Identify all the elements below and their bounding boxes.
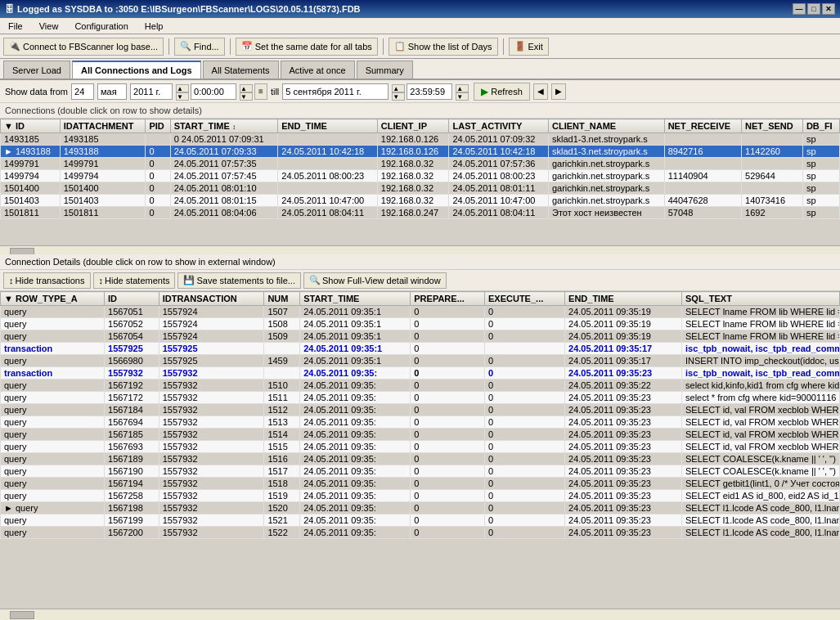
calendar-icon: 📅 (241, 41, 253, 52)
table-row[interactable]: query15671991557932152124.05.2011 09:35:… (1, 514, 840, 527)
tab-server-load[interactable]: Server Load (3, 61, 70, 79)
find-button[interactable]: 🔍 Find... (174, 38, 225, 56)
title-bar-controls: — □ ✕ (793, 3, 835, 15)
table-row[interactable]: 14997911499791024.05.2011 07:57:35192.16… (1, 158, 840, 170)
col-sort-indicator[interactable]: ▼ ID (1, 119, 61, 133)
col-start-time[interactable]: START_TIME ↕ (170, 119, 278, 133)
table-row[interactable]: transaction1557925155792524.05.2011 09:3… (1, 343, 840, 355)
table-row[interactable]: transaction1557932155793224.05.2011 09:3… (1, 367, 840, 380)
date-from-up-btn[interactable]: ▲ (176, 84, 189, 92)
tab-all-statements[interactable]: All Statements (203, 61, 279, 79)
menu-file[interactable]: File (3, 20, 28, 33)
nav-back-btn[interactable]: ◀ (533, 83, 548, 100)
col-net-receive[interactable]: NET_RECEIVE (664, 119, 741, 133)
save-statements-button[interactable]: 💾 Save statements to file... (177, 272, 300, 289)
show-fullview-button[interactable]: 🔍 Show Full-View detail window (303, 272, 447, 289)
hide-statements-label: Hide statements (105, 276, 169, 285)
table-row[interactable]: 15018111501811024.05.2011 08:04:0624.05.… (1, 207, 840, 219)
table-row[interactable]: query15670541557924150924.05.2011 09:35:… (1, 330, 840, 343)
date-from-day-input[interactable] (71, 83, 94, 100)
table-row[interactable]: query15671901557932151724.05.2011 09:35:… (1, 465, 840, 478)
time-to-down-btn[interactable]: ▼ (456, 92, 469, 101)
table-row[interactable]: 15014001501400024.05.2011 08:01:10192.16… (1, 182, 840, 195)
tab-active-at-once[interactable]: Active at once (281, 61, 355, 79)
exit-button[interactable]: 🚪 Exit (509, 38, 549, 56)
table-row[interactable]: query15671851557932151424.05.2011 09:35:… (1, 429, 840, 441)
dcol-sql-text[interactable]: SQL_TEXT (682, 292, 840, 306)
details-table-wrapper[interactable]: ▼ ROW_TYPE_A ID IDTRANSACTION NUM START_… (0, 291, 840, 609)
date-from-down-btn[interactable]: ▼ (176, 92, 189, 101)
show-days-button[interactable]: 📋 Show the list of Days (389, 38, 498, 56)
save-icon: 💾 (183, 275, 195, 285)
col-last-activity[interactable]: LAST_ACTIVITY (449, 119, 549, 133)
dcol-end-time[interactable]: END_TIME (565, 292, 682, 306)
col-db-fi[interactable]: DB_FI (802, 119, 839, 133)
dcol-execute[interactable]: EXECUTE_... (485, 292, 565, 306)
date-to-input[interactable] (282, 83, 389, 100)
table-row[interactable]: query15671921557932151024.05.2011 09:35:… (1, 380, 840, 392)
dcol-idtransaction[interactable]: IDTRANSACTION (159, 292, 264, 306)
table-row[interactable]: query15671941557932151824.05.2011 09:35:… (1, 478, 840, 490)
time-from-up-btn[interactable]: ▲ (240, 84, 253, 92)
table-row[interactable]: query15676931557932151524.05.2011 09:35:… (1, 441, 840, 453)
date-to-up-btn[interactable]: ▲ (392, 84, 405, 92)
table-row[interactable]: ► query15671981557932152024.05.2011 09:3… (1, 502, 840, 514)
time-from-down-btn[interactable]: ▼ (240, 92, 253, 101)
menu-help[interactable]: Help (140, 20, 168, 33)
table-row[interactable]: query15669801557925145924.05.2011 09:35:… (1, 355, 840, 367)
time-from-input[interactable] (191, 83, 236, 100)
table-row[interactable]: 149318514931850 24.05.2011 07:09:31192.1… (1, 133, 840, 146)
table-row[interactable]: query15672581557932151924.05.2011 09:35:… (1, 490, 840, 502)
close-button[interactable]: ✕ (822, 3, 835, 15)
connections-table-wrapper[interactable]: ▼ ID IDATTACHMENT PID START_TIME ↕ END_T… (0, 119, 840, 245)
minimize-button[interactable]: — (793, 3, 806, 15)
table-row[interactable]: query15671841557932151224.05.2011 09:35:… (1, 404, 840, 416)
dcol-num[interactable]: NUM (264, 292, 300, 306)
table-row[interactable]: query15671721557932151124.05.2011 09:35:… (1, 392, 840, 404)
date-from-month-input[interactable] (97, 83, 127, 100)
table-row[interactable]: query15670521557924150824.05.2011 09:35:… (1, 318, 840, 330)
hide-statements-button[interactable]: ↕ Hide statements (93, 272, 176, 289)
details-scroll-thumb[interactable] (10, 611, 34, 619)
dcol-start-time[interactable]: START_TIME (300, 292, 411, 306)
connections-header-row: ▼ ID IDATTACHMENT PID START_TIME ↕ END_T… (1, 119, 840, 133)
col-pid[interactable]: PID (146, 119, 170, 133)
menu-view[interactable]: View (34, 20, 64, 33)
tab-all-connections[interactable]: All Connections and Logs (72, 61, 201, 79)
tab-summary[interactable]: Summary (357, 61, 413, 79)
date-to-down-btn[interactable]: ▼ (392, 92, 405, 101)
table-row[interactable]: 14997941499794024.05.2011 07:57:4524.05.… (1, 170, 840, 182)
date-from-year-input[interactable] (130, 83, 173, 100)
table-row[interactable]: query15672001557932152224.05.2011 09:35:… (1, 527, 840, 539)
nav-fwd-btn[interactable]: ▶ (551, 83, 566, 100)
filter-bar: Show data from ▲ ▼ ▲ ▼ ≡ till ▲ ▼ ▲ ▼ ▶ … (0, 80, 840, 103)
time-to-up-btn[interactable]: ▲ (456, 84, 469, 92)
dcol-row-type[interactable]: ▼ ROW_TYPE_A (1, 292, 105, 306)
hide-transactions-button[interactable]: ↕ Hide transactions (3, 272, 91, 289)
table-row[interactable]: query15670511557924150724.05.2011 09:35:… (1, 306, 840, 318)
table-row[interactable]: query15671891557932151624.05.2011 09:35:… (1, 453, 840, 465)
connect-button[interactable]: 🔌 Connect to FBScanner log base... (3, 38, 164, 56)
col-client-name[interactable]: CLIENT_NAME (548, 119, 664, 133)
hide-statements-icon: ↕ (99, 276, 104, 285)
dcol-prepare[interactable]: PREPARE... (411, 292, 485, 306)
menu-configuration[interactable]: Configuration (70, 20, 133, 33)
dcol-id[interactable]: ID (105, 292, 159, 306)
col-end-time[interactable]: END_TIME (278, 119, 378, 133)
table-row[interactable]: ► 14931881493188024.05.2011 07:09:3324.0… (1, 146, 840, 158)
maximize-button[interactable]: □ (807, 3, 820, 15)
set-same-date-button[interactable]: 📅 Set the same date for all tabs (236, 38, 378, 56)
details-scrollbar[interactable] (0, 609, 840, 620)
col-idattachment[interactable]: IDATTACHMENT (60, 119, 146, 133)
table-row[interactable]: query15676941557932151324.05.2011 09:35:… (1, 416, 840, 429)
table-row[interactable]: 15014031501403024.05.2011 08:01:1524.05.… (1, 195, 840, 207)
show-fullview-label: Show Full-View detail window (322, 276, 441, 285)
col-net-send[interactable]: NET_SEND (742, 119, 803, 133)
find-icon: 🔍 (180, 41, 191, 52)
time-to-input[interactable] (407, 83, 452, 100)
filter-apply-btn[interactable]: ≡ (254, 83, 267, 100)
col-client-ip[interactable]: CLIENT_IP (377, 119, 449, 133)
refresh-icon: ▶ (481, 86, 488, 97)
exit-label: Exit (528, 42, 543, 52)
refresh-button[interactable]: ▶ Refresh (474, 83, 530, 101)
